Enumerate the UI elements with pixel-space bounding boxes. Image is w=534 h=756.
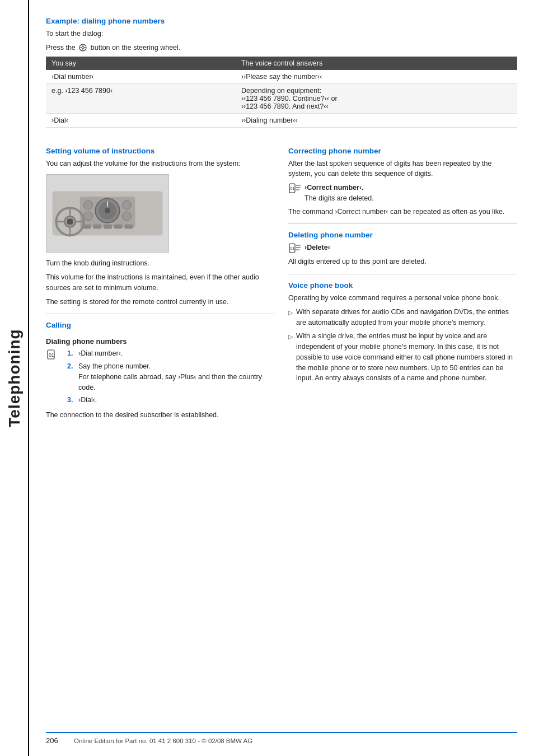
table-row: ›Dial number‹››Please say the number‹‹ [46, 70, 517, 84]
table-cell-you-say: ›Dial‹ [46, 113, 236, 127]
example-section: Example: dialing phone numbers To start … [46, 17, 517, 138]
divider-deleting [288, 223, 517, 224]
step-icon: 01 [46, 348, 64, 361]
correcting-section: Correcting phone number After the last s… [288, 147, 517, 217]
voice-phonebook-heading: Voice phone book [288, 281, 517, 290]
correcting-para2: The command ›Correct number‹ can be repe… [288, 207, 517, 217]
sidebar: Telephoning [0, 0, 29, 756]
sidebar-label: Telephoning [6, 329, 24, 427]
step-1: 1. ›Dial number‹. [67, 348, 275, 359]
phonebook-bullets: ▷ With separate drives for audio CDs and… [288, 307, 517, 384]
setting-volume-para2: This volume for the instructions is main… [46, 272, 275, 293]
table-cell-you-say: ›Dial number‹ [46, 70, 236, 84]
dialing-steps: 1. ›Dial number‹. 2. Say the phone numbe… [67, 348, 275, 408]
svg-point-16 [123, 212, 132, 221]
svg-point-14 [84, 212, 93, 221]
setting-volume-section: Setting volume of instructions You can a… [46, 147, 275, 307]
divider-calling [46, 314, 275, 314]
sidebar-border [28, 0, 29, 756]
svg-rect-28 [67, 219, 73, 225]
svg-rect-19 [104, 225, 112, 229]
dialog-table: You say The voice control answers ›Dial … [46, 57, 517, 128]
deleting-para1: All digits entered up to this point are … [288, 256, 517, 267]
bullet-arrow-1: ▷ [288, 308, 293, 328]
phonebook-bullet-2: ▷ With a single drive, the entries must … [288, 331, 517, 384]
correcting-heading: Correcting phone number [288, 147, 517, 155]
deleting-section: Deleting phone number 01 [288, 231, 517, 267]
correcting-para1: After the last spoken sequence of digits… [288, 158, 517, 180]
setting-volume-para3: The setting is stored for the remote con… [46, 297, 275, 307]
page-footer: 206 Online Edition for Part no. 01 41 2 … [46, 732, 517, 745]
svg-point-1 [82, 46, 84, 49]
footer-text: Online Edition for Part no. 01 41 2 600 … [74, 738, 252, 744]
table-row: ›Dial‹››Dialing number‹‹ [46, 113, 517, 127]
table-cell-answer: ››Dialing number‹‹ [236, 113, 517, 127]
table-cell-you-say: e.g. ›123 456 7890‹ [46, 83, 236, 113]
calling-section: Calling Dialing phone numbers 01 [46, 321, 275, 421]
steering-wheel-icon [79, 44, 87, 52]
calling-conclusion: The connection to the desired subscriber… [46, 410, 275, 421]
table-col1-header: You say [46, 57, 236, 70]
svg-point-11 [105, 208, 110, 213]
car-interior-image [46, 174, 169, 253]
deleting-heading: Deleting phone number [288, 231, 517, 239]
step-2: 2. Say the phone number. For telephone c… [67, 361, 275, 393]
example-intro1: To start the dialog: [46, 29, 517, 39]
voice-icon-delete: 01 [288, 242, 302, 254]
voice-phonebook-section: Voice phone book Operating by voice comm… [288, 281, 517, 384]
divider-phonebook [288, 274, 517, 274]
two-col-layout: Setting volume of instructions You can a… [46, 147, 517, 424]
page-number: 206 [46, 736, 68, 745]
svg-text:01: 01 [49, 352, 54, 358]
setting-volume-caption: Turn the knob during instructions. [46, 258, 275, 269]
left-column: Setting volume of instructions You can a… [46, 147, 275, 424]
table-col2-header: The voice control answers [236, 57, 517, 70]
svg-point-15 [123, 201, 132, 210]
table-row: e.g. ›123 456 7890‹Depending on equipmen… [46, 83, 517, 113]
car-interior-svg [46, 175, 168, 252]
correcting-voice-text: ›Correct number‹. The digits are deleted… [305, 183, 374, 204]
step-3: 3. ›Dial‹. [67, 395, 275, 405]
dialing-subheading: Dialing phone numbers [46, 337, 275, 346]
table-cell-answer: Depending on equipment: ››123 456 7890. … [236, 83, 517, 113]
right-column: Correcting phone number After the last s… [288, 147, 517, 424]
phonebook-bullet-1: ▷ With separate drives for audio CDs and… [288, 307, 517, 328]
deleting-voice-row: 01 ›Delete‹ [288, 242, 517, 254]
correcting-voice-row: 01 ›Correct number‹. The digits are dele… [288, 183, 517, 204]
voice-step-icon: 01 [47, 349, 63, 360]
svg-rect-20 [114, 225, 123, 229]
example-heading: Example: dialing phone numbers [46, 17, 517, 25]
calling-heading: Calling [46, 321, 275, 329]
voice-phonebook-para1: Operating by voice command requires a pe… [288, 293, 517, 304]
svg-text:01: 01 [291, 246, 295, 250]
setting-volume-para1: You can adjust the volume for the instru… [46, 158, 275, 169]
setting-volume-heading: Setting volume of instructions [46, 147, 275, 155]
svg-rect-21 [125, 225, 133, 229]
bullet-arrow-2: ▷ [288, 332, 293, 384]
table-cell-answer: ››Please say the number‹‹ [236, 70, 517, 84]
main-content: Example: dialing phone numbers To start … [29, 0, 534, 756]
voice-icon-correct: 01 [288, 183, 302, 194]
svg-text:01: 01 [291, 186, 295, 190]
example-intro2: Press the button on the steering wheel. [46, 43, 517, 53]
svg-rect-18 [93, 225, 101, 229]
deleting-voice-text: ›Delete‹ [305, 242, 330, 253]
svg-point-13 [84, 201, 93, 210]
